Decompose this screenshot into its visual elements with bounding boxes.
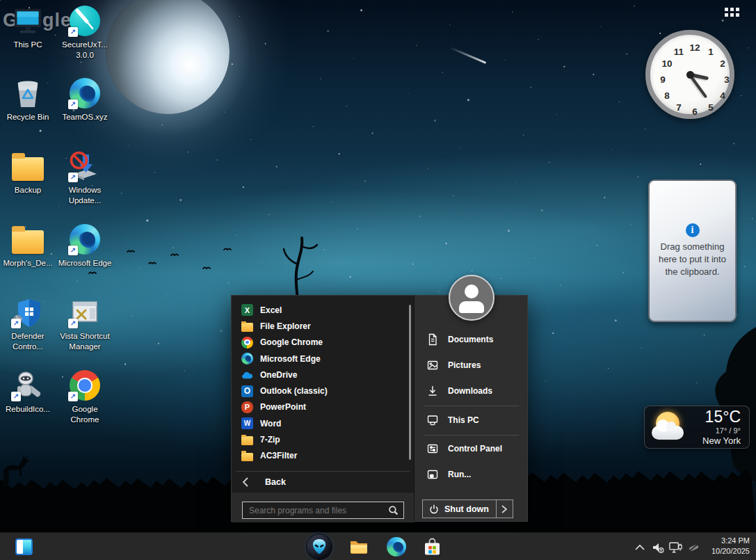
run-icon	[426, 468, 439, 481]
place-pictures[interactable]: Pictures	[415, 353, 529, 377]
shortcut-arrow-icon	[68, 246, 78, 255]
desktop: Google	[0, 0, 756, 560]
network-monitor-icon	[668, 540, 684, 555]
edge-icon	[68, 77, 102, 110]
search-strip	[232, 492, 415, 522]
computer-icon	[426, 414, 439, 426]
power-icon	[428, 504, 440, 515]
tray-network[interactable]	[668, 539, 684, 555]
desktop-icon-secureuxtheme[interactable]: SecureUxT... 3.0.0	[57, 4, 113, 61]
chrome-icon	[68, 369, 102, 402]
taskbar-microsoft-store[interactable]	[423, 537, 442, 559]
tray-volume-muted[interactable]	[650, 539, 666, 555]
desktop-icon-windows-update-blocker[interactable]: Windows Update...	[57, 150, 113, 206]
stylus-off-icon	[686, 540, 702, 555]
desktop-icon-recycle-bin[interactable]: Recycle Bin	[0, 77, 56, 122]
start-program-onedrive[interactable]: OneDrive	[232, 367, 415, 383]
desktop-icon-teamos[interactable]: TeamOS.xyz	[57, 77, 113, 122]
alien-head-icon	[307, 534, 332, 559]
desktop-icon-morphs-folder[interactable]: Morph's_De...	[0, 223, 56, 269]
start-program-7zip[interactable]: 7-Zip	[232, 431, 415, 447]
search-input[interactable]	[243, 506, 388, 515]
taskbar-clock[interactable]: 3:24 PM 10/20/2025	[711, 536, 750, 557]
update-blocked-icon	[68, 150, 102, 183]
desktop-icon-google-chrome[interactable]: Google Chrome	[57, 369, 113, 425]
desktop-icon-label: Morph's_De...	[3, 258, 52, 269]
taskbar-microsoft-edge[interactable]	[387, 537, 406, 557]
desktop-icon-label: Microsoft Edge	[58, 258, 112, 269]
secureuxtheme-icon	[68, 4, 102, 38]
start-program-file-explorer[interactable]: File Explorer	[232, 318, 415, 334]
shortcut-arrow-icon	[68, 319, 78, 328]
edge-icon	[68, 223, 102, 256]
excel-icon	[241, 304, 253, 316]
speaker-muted-icon	[650, 540, 666, 555]
tray-stylus-off[interactable]	[686, 539, 702, 555]
moon	[106, 0, 230, 114]
folder-icon	[241, 320, 253, 332]
clock-widget[interactable]: 12 1 2 3 4 5 6 7 8 9 10 11	[645, 30, 734, 119]
taskbar-widgets-button[interactable]	[15, 538, 33, 555]
tray-chevron-up[interactable]	[632, 539, 648, 555]
desktop-icon-rebuildicons[interactable]: RebuildIco...	[0, 369, 56, 415]
edge-icon	[241, 353, 253, 365]
user-avatar[interactable]	[449, 275, 494, 321]
desktop-icon-vista-shortcut-manager[interactable]: Vista Shortcut Manager	[57, 296, 113, 352]
place-this-pc[interactable]: This PC	[415, 408, 529, 432]
start-program-ac3filter[interactable]: AC3Filter	[232, 448, 415, 464]
desktop-icon-defender-control[interactable]: Defender Contro...	[0, 296, 56, 352]
place-downloads[interactable]: Downloads	[415, 379, 529, 403]
taskbar: 3:24 PM 10/20/2025	[0, 532, 756, 560]
clock-center-cap	[686, 71, 694, 79]
start-program-word[interactable]: Word	[232, 415, 415, 431]
desktop-icon-this-pc[interactable]: This PC	[0, 4, 56, 50]
folder-icon	[11, 150, 45, 183]
desktop-icon-backup[interactable]: Backup	[0, 150, 56, 195]
chevron-left-icon	[241, 477, 250, 488]
desktop-icon-label: Windows Update...	[57, 185, 113, 206]
desktop-icon-label: This PC	[14, 40, 42, 50]
desktop-icon-label: Recycle Bin	[7, 112, 49, 122]
start-program-google-chrome[interactable]: Google Chrome	[232, 335, 415, 351]
recycle-bin-icon	[11, 77, 45, 110]
search-box[interactable]	[242, 502, 404, 519]
start-button-alienware-orb[interactable]	[307, 534, 332, 559]
folder-icon	[349, 539, 369, 554]
place-documents[interactable]: Documents	[415, 328, 529, 351]
chevron-up-icon	[634, 544, 645, 551]
start-program-outlook[interactable]: Outlook (classic)	[232, 383, 415, 399]
weather-widget[interactable]: 15°C 17° / 9° New York	[644, 406, 750, 449]
place-run[interactable]: Run...	[415, 463, 529, 486]
taskbar-time: 3:24 PM	[711, 536, 750, 546]
shooting-star	[450, 47, 487, 63]
document-icon	[426, 333, 439, 346]
start-program-excel[interactable]: Excel	[232, 302, 415, 318]
taskbar-date: 10/20/2025	[711, 546, 750, 557]
start-program-powerpoint[interactable]: PowerPoint	[232, 399, 415, 415]
place-control-panel[interactable]: Control Panel	[415, 437, 529, 461]
desktop-icon-microsoft-edge[interactable]: Microsoft Edge	[57, 223, 113, 269]
app-grid-icon[interactable]	[725, 8, 739, 17]
shutdown-options-arrow[interactable]	[496, 500, 513, 518]
start-program-microsoft-edge[interactable]: Microsoft Edge	[232, 351, 415, 367]
pictures-icon	[426, 359, 439, 371]
shortcut-arrow-icon	[68, 99, 78, 109]
back-button[interactable]: Back	[232, 472, 415, 492]
taskbar-file-explorer[interactable]	[349, 539, 369, 557]
desktop-icon-label: Defender Contro...	[0, 331, 56, 352]
store-bag-icon	[423, 537, 442, 557]
right-foliage	[715, 327, 756, 481]
clipboard-hint-text: Drag something here to put it into the c…	[654, 241, 732, 279]
powerpoint-icon	[241, 401, 253, 413]
programs-scrollbar[interactable]	[409, 305, 411, 460]
weather-location: New York	[689, 435, 741, 446]
weather-high-low: 17° / 9°	[689, 426, 741, 435]
folder-icon	[11, 223, 45, 256]
control-panel-icon	[426, 442, 439, 455]
start-menu: Excel File Explorer Google Chrome Micros…	[231, 295, 528, 522]
desktop-icon-label: TeamOS.xyz	[62, 112, 107, 122]
folder-icon	[241, 450, 253, 462]
shutdown-button[interactable]: Shut down	[422, 499, 513, 518]
clipboard-widget[interactable]: Drag something here to put it into the c…	[648, 179, 737, 322]
window-x-icon	[68, 296, 102, 329]
